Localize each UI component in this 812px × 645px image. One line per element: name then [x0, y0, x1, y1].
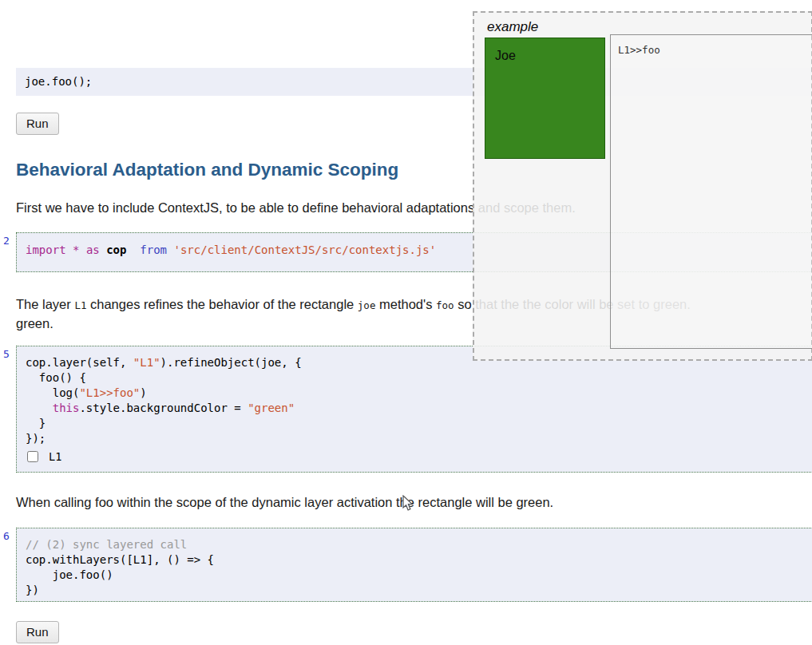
example-window: example Joe L1>>foo	[473, 11, 812, 361]
cell-number: 5	[3, 348, 10, 360]
log-output-text: L1>>foo	[611, 35, 812, 65]
layer-checkbox-label: L1	[49, 450, 61, 463]
joe-rectangle-label: Joe	[495, 49, 604, 63]
example-window-title: example	[487, 19, 538, 35]
run-button-top[interactable]: Run	[16, 113, 59, 135]
layer-checkbox[interactable]	[27, 451, 38, 462]
code-cell-refine-object[interactable]: 5 cop.layer(self, "L1").refineObject(joe…	[16, 346, 812, 473]
run-button-bottom[interactable]: Run	[16, 621, 59, 643]
log-output-pane[interactable]: L1>>foo	[610, 34, 812, 349]
cell-number: 2	[3, 235, 10, 247]
paragraph-when-calling: When calling foo within the scope of the…	[16, 493, 812, 511]
cell-number: 6	[3, 530, 10, 542]
joe-rectangle[interactable]: Joe	[485, 38, 605, 159]
layer-toggle-row: L1	[27, 449, 812, 465]
code-cell-with-layers[interactable]: 6 // (2) sync layered callcop.withLayers…	[16, 528, 812, 602]
